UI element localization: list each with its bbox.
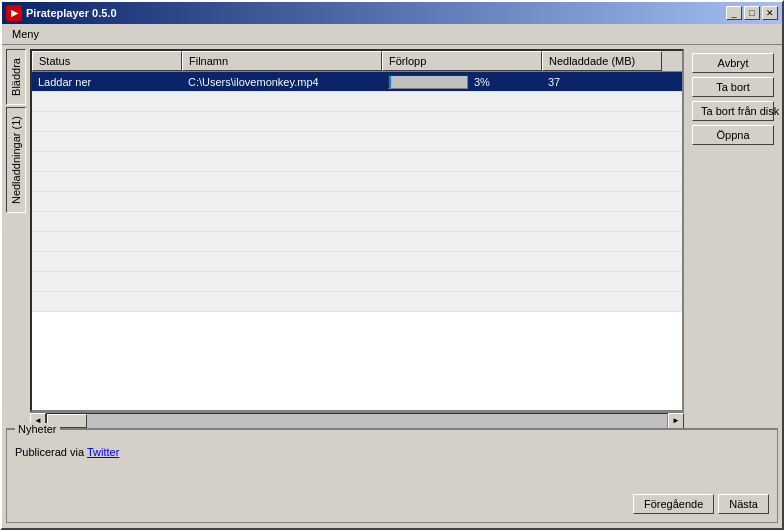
cell-filename: C:\Users\ ilovemonkey.mp4 — [182, 72, 382, 91]
news-prefix: Publicerad via — [15, 446, 87, 458]
cell-downloaded: 37 — [542, 72, 662, 91]
center-area: Status Filnamn Förlopp Nedladdade (MB) L… — [30, 49, 684, 428]
download-table: Status Filnamn Förlopp Nedladdade (MB) L… — [30, 49, 684, 412]
tab-nedladdningar[interactable]: Nedladdningar (1) — [6, 107, 26, 213]
table-row[interactable] — [32, 212, 682, 232]
remove-disk-button[interactable]: Ta bort från disk — [692, 101, 774, 121]
title-bar: ▶ Pirateplayer 0.5.0 _ □ ✕ — [2, 2, 782, 24]
horizontal-scrollbar: ◄ ► — [30, 412, 684, 428]
table-row[interactable] — [32, 192, 682, 212]
table-row[interactable] — [32, 132, 682, 152]
prev-button[interactable]: Föregående — [633, 494, 714, 514]
progress-bar-fill — [389, 76, 391, 88]
close-button[interactable]: ✕ — [762, 6, 778, 20]
table-row[interactable] — [32, 172, 682, 192]
progress-bar-container — [388, 75, 468, 89]
app-icon: ▶ — [6, 5, 22, 21]
table-row[interactable]: Laddar ner C:\Users\ ilovemonkey.mp4 3% — [32, 72, 682, 92]
right-buttons: Avbryt Ta bort Ta bort från disk Öppna — [688, 49, 778, 428]
cell-progress: 3% — [382, 72, 542, 91]
table-row[interactable] — [32, 232, 682, 252]
scroll-track[interactable] — [46, 413, 668, 429]
news-content: Publicerad via Twitter — [7, 430, 777, 466]
table-row[interactable] — [32, 92, 682, 112]
col-progress[interactable]: Förlopp — [382, 51, 542, 71]
table-row[interactable] — [32, 152, 682, 172]
middle-row: Bläddra Nedladdningar (1) Status Filnamn… — [2, 45, 782, 428]
tab-bladder[interactable]: Bläddra — [6, 49, 26, 105]
progress-label: 3% — [474, 76, 490, 88]
outer-layout: Bläddra Nedladdningar (1) Status Filnamn… — [2, 45, 782, 527]
window-title: Pirateplayer 0.5.0 — [26, 7, 117, 19]
col-filename[interactable]: Filnamn — [182, 51, 382, 71]
twitter-link[interactable]: Twitter — [87, 446, 119, 458]
table-row[interactable] — [32, 112, 682, 132]
news-nav: Föregående Nästa — [633, 494, 769, 514]
open-button[interactable]: Öppna — [692, 125, 774, 145]
title-bar-buttons: _ □ ✕ — [726, 6, 778, 20]
cancel-button[interactable]: Avbryt — [692, 53, 774, 73]
table-header: Status Filnamn Förlopp Nedladdade (MB) — [32, 51, 682, 72]
col-status[interactable]: Status — [32, 51, 182, 71]
table-row[interactable] — [32, 272, 682, 292]
filename-path: C:\Users\ — [188, 76, 234, 88]
remove-button[interactable]: Ta bort — [692, 77, 774, 97]
news-section: Nyheter Publicerad via Twitter Föregåend… — [6, 428, 778, 523]
cell-status: Laddar ner — [32, 72, 182, 91]
main-window: ▶ Pirateplayer 0.5.0 _ □ ✕ Meny Bläddra … — [0, 0, 784, 530]
filename-file: ilovemonkey.mp4 — [234, 76, 319, 88]
title-bar-left: ▶ Pirateplayer 0.5.0 — [6, 5, 117, 21]
table-row[interactable] — [32, 252, 682, 272]
table-row[interactable] — [32, 292, 682, 312]
minimize-button[interactable]: _ — [726, 6, 742, 20]
menu-bar: Meny — [2, 24, 782, 45]
scroll-right-button[interactable]: ► — [668, 413, 684, 429]
maximize-button[interactable]: □ — [744, 6, 760, 20]
table-rows: Laddar ner C:\Users\ ilovemonkey.mp4 3% — [32, 72, 682, 407]
menu-item-meny[interactable]: Meny — [6, 26, 45, 42]
next-button[interactable]: Nästa — [718, 494, 769, 514]
left-tabs: Bläddra Nedladdningar (1) — [6, 49, 26, 428]
col-downloaded[interactable]: Nedladdade (MB) — [542, 51, 662, 71]
news-label: Nyheter — [15, 423, 60, 435]
